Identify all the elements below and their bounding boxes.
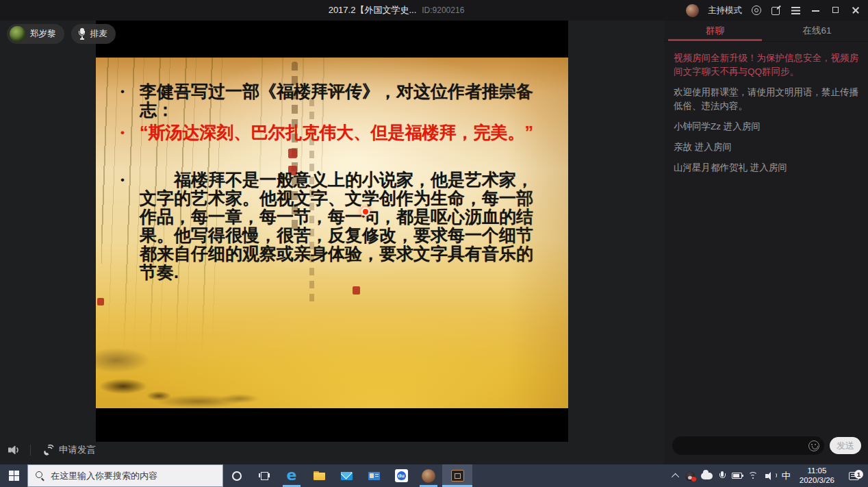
search-icon	[36, 471, 44, 480]
qq-button[interactable]	[415, 464, 442, 487]
tray-volume-button[interactable]	[765, 472, 776, 480]
settings-gear-icon[interactable]	[751, 5, 762, 16]
chat-notice-message: 视频房间全新升级！为保护信息安全，视频房间文字聊天不再与QQ群同步。	[674, 51, 858, 79]
tray-onedrive-button[interactable]	[701, 473, 713, 479]
chat-system-message: 欢迎使用群课堂，请使用文明用语，禁止传播低俗、违法内容。	[674, 86, 858, 113]
tray-microphone-button[interactable]	[719, 471, 726, 481]
close-button[interactable]	[850, 5, 861, 16]
slide-bullet-text: 李健吾写过一部《福楼拜评传》，对这位作者推崇备志：	[140, 82, 542, 119]
menu-hamburger-icon[interactable]	[791, 5, 802, 16]
red-seal-stamp	[97, 298, 104, 305]
tray-battery-button[interactable]	[732, 473, 742, 479]
search-input[interactable]	[51, 471, 215, 481]
classroom-app-button[interactable]	[442, 464, 472, 487]
speaker-icon	[8, 445, 22, 455]
slide-bullet-text: “斯汤达深刻、巴尔扎克伟大、但是福楼拜，完美。”	[140, 123, 542, 142]
pop-out-icon[interactable]	[771, 5, 782, 16]
chat-join-message: 亲故 进入房间	[674, 140, 858, 154]
mail-button[interactable]	[333, 464, 360, 487]
speaker-icon	[765, 472, 776, 480]
chat-join-message: 山河星月都作贺礼 进入房间	[674, 161, 858, 175]
title-bar: 2017.2【外国文学史... ID:9200216 主持模式	[0, 0, 868, 21]
request-speak-label: 申请发言	[59, 444, 96, 456]
presenter-name: 郑岁黎	[30, 28, 56, 40]
tab-online-members[interactable]: 在线61	[766, 21, 868, 41]
clock-time: 11:05	[800, 466, 834, 476]
slide-bullet: • “斯汤达深刻、巴尔扎克伟大、但是福楼拜，完美。”	[120, 123, 542, 142]
taskbar-search[interactable]	[27, 464, 223, 487]
request-speak-button[interactable]: 申请发言	[31, 444, 96, 456]
chat-join-message: 小钟同学Zz 进入房间	[674, 120, 858, 134]
taskbar-clock[interactable]: 11:05 2020/3/26	[797, 466, 837, 485]
volume-button[interactable]	[0, 445, 30, 455]
contact-card-icon	[368, 472, 380, 480]
start-button[interactable]	[0, 464, 27, 487]
emoji-picker-icon[interactable]	[808, 440, 819, 451]
shared-screen-video: • 李健吾写过一部《福楼拜评传》，对这位作者推崇备志： • “斯汤达深刻、巴尔扎…	[96, 21, 568, 442]
file-explorer-button[interactable]	[305, 464, 333, 487]
microphone-icon	[719, 471, 726, 481]
maximize-button[interactable]	[830, 5, 841, 16]
sidebar-tabs: 群聊 在线61	[664, 21, 868, 42]
tray-qq-button[interactable]	[685, 471, 695, 481]
windows-logo-icon	[9, 471, 19, 481]
clock-date: 2020/3/26	[800, 476, 834, 486]
video-stage: • 李健吾写过一部《福楼拜评传》，对这位作者推崇备志： • “斯汤达深刻、巴尔扎…	[0, 21, 664, 464]
mail-icon	[341, 472, 353, 480]
folder-icon	[314, 471, 325, 480]
windows-taskbar: e du 中	[0, 464, 868, 487]
microphone-icon	[78, 28, 86, 40]
wifi-icon	[748, 472, 759, 480]
presenter-chip[interactable]: 郑岁黎	[7, 24, 64, 44]
tray-wifi-button[interactable]	[748, 472, 759, 480]
qq-avatar-icon	[422, 469, 435, 483]
presenter-avatar	[10, 26, 25, 42]
host-mode-label: 主持模式	[708, 5, 742, 16]
send-button[interactable]: 发送	[830, 437, 861, 454]
edge-icon: e	[287, 466, 297, 484]
qq-penguin-icon	[685, 471, 695, 481]
battery-icon	[732, 473, 742, 479]
window-title: 2017.2【外国文学史...	[329, 4, 417, 16]
minimize-button[interactable]	[810, 5, 821, 16]
action-center-button[interactable]: 1	[843, 472, 864, 480]
task-view-button[interactable]	[251, 464, 278, 487]
slide-bullet: • 福楼拜不是一般意义上的小说家，他是艺术家，文字的艺术家。他视文字、文学创作为…	[120, 171, 542, 282]
cortana-icon	[232, 471, 242, 481]
chevron-up-icon	[672, 473, 679, 480]
chat-input[interactable]	[672, 436, 824, 455]
chat-message-list[interactable]: 视频房间全新升级！为保护信息安全，视频房间文字聊天不再与QQ群同步。 欢迎使用群…	[664, 42, 868, 426]
tray-expand-button[interactable]	[674, 473, 679, 479]
raise-hand-phone-icon	[42, 445, 54, 456]
contacts-button[interactable]	[360, 464, 387, 487]
room-id: ID:9200216	[422, 5, 464, 15]
laser-pointer-dot	[363, 209, 368, 214]
baidu-netdisk-icon: du	[395, 469, 408, 482]
classroom-app-icon	[451, 470, 464, 482]
slide-bullet-list: • 李健吾写过一部《福楼拜评传》，对这位作者推崇备志： • “斯汤达深刻、巴尔扎…	[120, 82, 542, 282]
host-avatar[interactable]	[686, 4, 699, 17]
mic-queue-label: 排麦	[90, 28, 107, 40]
baidu-netdisk-button[interactable]: du	[387, 464, 415, 487]
chat-sidebar: 群聊 在线61 视频房间全新升级！为保护信息安全，视频房间文字聊天不再与QQ群同…	[664, 21, 868, 464]
notification-count-badge: 1	[854, 470, 863, 479]
mic-queue-button[interactable]: 排麦	[71, 24, 116, 44]
tab-group-chat[interactable]: 群聊	[664, 21, 766, 41]
slide-bullet: • 李健吾写过一部《福楼拜评传》，对这位作者推崇备志：	[120, 82, 542, 119]
cortana-button[interactable]	[223, 464, 251, 487]
ink-painting-decoration	[96, 333, 301, 408]
task-view-icon	[259, 471, 270, 480]
red-seal-stamp	[353, 286, 360, 295]
edge-browser-button[interactable]: e	[278, 464, 305, 487]
group-classroom-window: 2017.2【外国文学史... ID:9200216 主持模式	[0, 0, 868, 487]
ime-indicator[interactable]: 中	[782, 470, 791, 482]
presentation-slide: • 李健吾写过一部《福楼拜评传》，对这位作者推崇备志： • “斯汤达深刻、巴尔扎…	[96, 58, 568, 408]
cloud-icon	[701, 473, 713, 479]
slide-bullet-text: 福楼拜不是一般意义上的小说家，他是艺术家，文字的艺术家。他视文字、文学创作为生命…	[140, 171, 542, 282]
